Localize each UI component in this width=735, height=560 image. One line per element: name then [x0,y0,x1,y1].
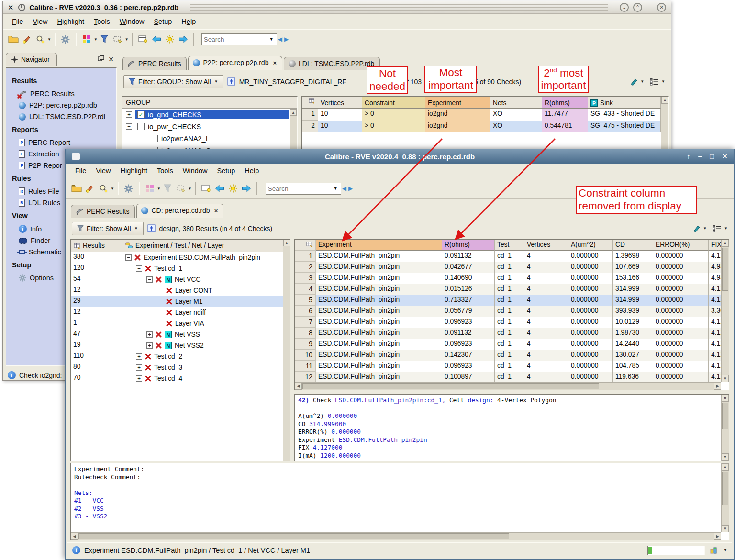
zoom-dropdown-icon[interactable]: ▼ [111,187,114,191]
tree-row-test-cd-4[interactable]: 70+Test cd_4 [71,373,290,384]
lasso-dropdown-icon[interactable]: ▼ [188,187,192,191]
highlight-dropdown-icon[interactable]: ▼ [703,226,707,231]
search-dropdown-icon[interactable]: ▼ [333,186,339,191]
fg-search-input[interactable] [268,185,333,192]
shade-up-button[interactable]: ⌃ [633,3,642,12]
bg-col-experiment[interactable]: Experiment [425,97,490,109]
expander-icon[interactable]: + [136,364,142,371]
palette-dropdown-icon[interactable]: ▼ [157,187,161,191]
tab-ldl-tsmc-esd-p2p-rdb[interactable]: LDL: TSMC.ESD.P2P.rdb [284,57,380,70]
float-panel-icon[interactable] [98,55,104,61]
tab-close-icon[interactable]: × [214,207,218,214]
fg-table-vscrollbar[interactable]: ▲ ▼ [721,240,729,382]
tree-row-net-vss2[interactable]: 19+NNet VSS2 [71,340,290,351]
menu-view[interactable]: View [91,165,115,176]
comment-hscrollbar[interactable]: ◀ ▶ [71,532,721,540]
menu-window[interactable]: Window [178,165,212,176]
comment-vscrollbar[interactable]: ▲ ▼ [721,463,729,532]
group-column-header[interactable]: GROUP [122,97,297,109]
expander-icon[interactable]: + [146,331,153,338]
fg-table-hscrollbar[interactable]: ◀ ▶ [295,382,721,390]
fg-table-row[interactable]: 10ESD.CDM.FullPath_pin2pin0.142307cd_140… [295,350,721,361]
menu-help[interactable]: Help [177,16,200,27]
menu-setup[interactable]: Setup [149,16,176,27]
search-prev-icon[interactable]: ◀ [341,185,347,192]
fg-table-row[interactable]: 2ESD.CDM.FullPath_pin2pin0.042677cd_140.… [295,262,721,273]
nav-item-perc-report[interactable]: PPERC Report [11,137,114,148]
menu-view[interactable]: View [28,16,52,27]
menu-highlight[interactable]: Highlight [53,16,89,27]
fg-table-row[interactable]: 3ESD.CDM.FullPath_pin2pin0.140690cd_140.… [295,273,721,284]
tree-hierarchy-header[interactable]: Experiment / Test / Net / Layer [122,240,290,252]
highlight-dropdown-icon[interactable]: ▼ [640,79,644,84]
filter-tool-button[interactable] [161,182,174,195]
nav-item-perc-results[interactable]: PERC Results [11,88,114,99]
bg-col-constraint[interactable]: Constraint [362,97,425,109]
tab-perc-results[interactable]: PERC Results [122,57,187,70]
expander-icon[interactable]: + [146,342,153,349]
fg-titlebar[interactable]: Calibre - RVE v2020.4_0.88 : perc.rep.cd… [66,149,734,164]
menu-tools[interactable]: Tools [153,165,178,176]
menu-window[interactable]: Window [115,16,149,27]
view-options-icon[interactable] [650,78,659,86]
fg-col-experiment[interactable]: Experiment [316,240,442,251]
expander-icon[interactable]: − [146,276,153,283]
fg-col-a-um-2[interactable]: A(um^2) [568,240,613,251]
fg-filter-button[interactable]: Filter: Show All ▼ [72,222,144,235]
tree-row-test-cd-3[interactable]: 80+Test cd_3 [71,362,290,373]
tree-row-layer-via[interactable]: 1Layer VIA [71,318,290,329]
fg-col-r-ohms[interactable]: R(ohms) [442,240,495,251]
search-dropdown-icon[interactable]: ▼ [268,37,275,42]
nav-item-p2p-perc-rep-p2p-rdb[interactable]: P2P: perc.rep.p2p.rdb [11,99,114,111]
memory-monitor-icon[interactable] [710,547,718,554]
current-result-button[interactable] [163,33,177,46]
fg-col-vertices[interactable]: Vertices [524,240,568,251]
menu-tools[interactable]: Tools [89,16,114,27]
prev-result-button[interactable] [213,182,226,195]
highlight-results-icon[interactable] [630,77,638,86]
maximize-button[interactable]: □ [710,152,714,161]
highlight-button[interactable] [20,33,33,46]
tree-row-net-vcc[interactable]: 54−NNet VCC [71,274,290,285]
bg-col-vertices[interactable]: Vertices [318,97,362,109]
fg-table-row[interactable]: 5ESD.CDM.FullPath_pin2pin0.713327cd_140.… [295,295,721,306]
palette-dropdown-icon[interactable]: ▼ [94,37,98,42]
expander-icon[interactable]: + [136,375,142,382]
tree-row-layer-cont[interactable]: 12Layer CONT [71,285,290,296]
view-dropdown-icon[interactable]: ▼ [661,79,665,84]
checkbox[interactable] [151,135,158,142]
current-result-button[interactable] [226,182,240,195]
tab-close-icon[interactable]: × [273,59,277,66]
shade-button[interactable]: ↑ [687,152,690,161]
group-row-io-gnd-checks[interactable]: +✓io_gnd_CHECKS [122,109,297,121]
lasso-select-button[interactable] [174,182,188,195]
show-window-button[interactable] [200,182,213,195]
bg-titlebar[interactable]: ✕ Calibre - RVE v2020.3_0.36 : perc.rep.… [3,1,671,14]
view-dropdown-icon[interactable]: ▼ [724,226,728,231]
highlight-button[interactable] [83,182,97,195]
bg-table-row[interactable]: 210> 0io2gndXO0.544781SG_475 - Shorted D… [302,121,661,132]
search-prev-icon[interactable]: ◀ [277,36,283,43]
tree-row-net-vss[interactable]: 47+NNet VSS [71,329,290,340]
bg-col-sink[interactable]: PSink [588,97,661,109]
zoom-button[interactable] [97,182,110,195]
fg-col-fix[interactable]: FIX [709,240,721,251]
checkbox[interactable]: ✓ [137,111,145,118]
tree-row-layer-ndiff[interactable]: 12Layer ndiff [71,307,290,318]
tree-row-test-cd-2[interactable]: 110+Test cd_2 [71,351,290,362]
open-button[interactable] [7,33,20,46]
fg-table-row[interactable]: 9ESD.CDM.FullPath_pin2pin0.096923cd_140.… [295,339,721,350]
fg-col-test[interactable]: Test [495,240,524,251]
detail-scrollbar[interactable]: ✕ ▼ [721,395,729,461]
menu-setup[interactable]: Setup [212,165,239,176]
filter-tool-button[interactable] [98,33,111,46]
tab-p2p-perc-rep-p2p-rdb[interactable]: P2P: perc.rep.p2p.rdb× [188,56,282,70]
fg-table-row[interactable]: 12ESD.CDM.FullPath_pin2pin0.100897cd_140… [295,372,721,382]
menu-help[interactable]: Help [240,165,263,176]
group-row-io2pwr-ana2-i[interactable]: io2pwr:ANA2_I [122,132,297,144]
fg-table-row[interactable]: 4ESD.CDM.FullPath_pin2pin0.015126cd_140.… [295,284,721,295]
expander-icon[interactable]: − [136,265,142,272]
show-window-button[interactable] [136,33,150,46]
zoom-button[interactable] [33,33,47,46]
tree-row-test-cd-1[interactable]: 120−Test cd_1 [71,263,290,274]
